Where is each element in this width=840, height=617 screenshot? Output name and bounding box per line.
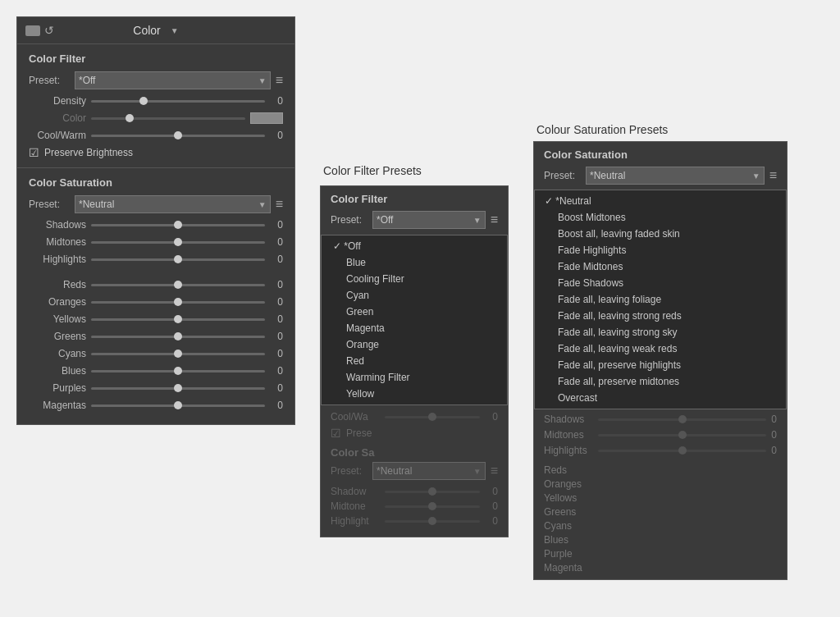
cf-popup-shadow-row: Shadow 0	[331, 485, 498, 498]
cs-item-fade-all-preserve-highlights[interactable]: Fade all, preserve highlights	[535, 357, 786, 373]
blues-label: Blues	[29, 365, 86, 377]
colour-saturation-dropdown: *Neutral Boost Midtones Boost all, leavi…	[534, 190, 787, 409]
cf-item-off[interactable]: *Off	[322, 238, 507, 254]
blues-slider[interactable]	[91, 364, 265, 377]
cf-item-green[interactable]: Green	[322, 304, 507, 320]
color-saturation-preset-select[interactable]: *Neutral ▼	[75, 195, 271, 213]
cool-warm-slider[interactable]	[91, 129, 265, 142]
cs-item-fade-all-strong-sky[interactable]: Fade all, leaving strong sky	[535, 324, 786, 340]
cs-faded-midtones-value: 0	[771, 429, 777, 441]
shadows-slider[interactable]	[91, 218, 265, 231]
cs-item-fade-all-preserve-midtones[interactable]: Fade all, preserve midtones	[535, 373, 786, 390]
cs-popup-preset-menu[interactable]: ≡	[769, 168, 777, 183]
color-filter-presets-panel: Color Filter Preset: *Off ▼ ≡ *Off Blue …	[320, 185, 509, 537]
color-slider[interactable]	[91, 112, 245, 125]
cf-item-cooling-filter[interactable]: Cooling Filter	[322, 271, 507, 287]
cs-faded-yellows: Yellows	[544, 492, 777, 504]
oranges-label: Oranges	[29, 296, 86, 308]
cool-warm-label: Cool/Warm	[29, 130, 86, 141]
panel-icon	[25, 25, 40, 36]
cf-popup-midtone-slider	[385, 500, 480, 513]
cs-item-fade-midtones[interactable]: Fade Midtones	[535, 258, 786, 275]
cf-popup-cool-wa-slider	[385, 410, 480, 423]
purples-slider[interactable]	[91, 382, 265, 395]
cyans-slider[interactable]	[91, 347, 265, 360]
cf-popup-cool-wa-row: Cool/Wa 0	[331, 410, 498, 423]
cs-item-fade-all-foliage[interactable]: Fade all, leaving foliage	[535, 291, 786, 308]
midtones-row: Midtones 0	[29, 235, 283, 249]
color-saturation-preset-value: *Neutral	[79, 199, 114, 210]
yellows-slider[interactable]	[91, 313, 265, 326]
cs-item-overcast[interactable]: Overcast	[535, 390, 786, 406]
cf-popup-preset-value: *Off	[377, 214, 393, 226]
reds-label: Reds	[29, 279, 86, 290]
color-saturation-preset-row: Preset: *Neutral ▼ ≡	[29, 195, 283, 213]
purples-value: 0	[270, 382, 283, 394]
cf-item-magenta[interactable]: Magenta	[322, 320, 507, 336]
cs-faded-shadows-value: 0	[771, 414, 777, 425]
colour-saturation-presets-panel: Color Saturation Preset: *Neutral ▼ ≡ *N…	[533, 141, 788, 580]
midtones-slider[interactable]	[91, 235, 265, 249]
highlights-slider[interactable]	[91, 253, 265, 266]
cf-popup-shadow-label: Shadow	[331, 486, 380, 497]
cf-popup-highlight-label: Highlight	[331, 515, 380, 527]
color-saturation-preset-arrow: ▼	[258, 200, 267, 209]
cf-item-orange[interactable]: Orange	[322, 336, 507, 353]
cf-item-red[interactable]: Red	[322, 353, 507, 369]
cf-popup-faded: Cool/Wa 0 ☑ Prese Color Sa Preset: *Neut…	[321, 405, 508, 537]
shadows-value: 0	[270, 219, 283, 231]
cool-warm-value: 0	[270, 130, 283, 141]
cf-popup-color-sa-select: *Neutral ▼	[372, 462, 486, 480]
cs-item-fade-shadows[interactable]: Fade Shadows	[535, 275, 786, 291]
color-filter-preset-menu[interactable]: ≡	[276, 73, 283, 88]
cs-faded-magentas-label: Magenta	[544, 562, 593, 574]
greens-slider[interactable]	[91, 330, 265, 343]
cs-item-boost-all-faded-skin[interactable]: Boost all, leaving faded skin	[535, 226, 786, 242]
yellows-row: Yellows 0	[29, 313, 283, 326]
color-filter-preset-value: *Off	[79, 75, 95, 86]
magentas-row: Magentas 0	[29, 399, 283, 412]
reds-slider[interactable]	[91, 278, 265, 291]
cf-popup-midtone-row: Midtone 0	[331, 500, 498, 513]
color-filter-preset-arrow: ▼	[258, 76, 267, 85]
cs-faded-yellows-label: Yellows	[544, 492, 593, 504]
cs-popup-preset-select[interactable]: *Neutral ▼	[586, 167, 765, 185]
panel-title-arrow[interactable]: ▼	[171, 26, 179, 35]
panel-title: Color	[133, 24, 160, 37]
cf-item-cyan[interactable]: Cyan	[322, 287, 507, 304]
preserve-brightness-row: ☑ Preserve Brightness	[29, 146, 283, 159]
cs-faded-midtones-slider	[598, 428, 766, 441]
cf-popup-preserve-checkbox: ☑	[331, 427, 341, 440]
color-saturation-preset-menu[interactable]: ≡	[276, 197, 283, 212]
refresh-icon[interactable]: ↺	[44, 24, 54, 37]
oranges-slider[interactable]	[91, 295, 265, 308]
density-value: 0	[270, 95, 283, 107]
cf-item-warming-filter[interactable]: Warming Filter	[322, 369, 507, 386]
cs-faded-oranges-label: Oranges	[544, 478, 593, 490]
magentas-label: Magentas	[29, 400, 86, 411]
colour-saturation-presets-title: Colour Saturation Presets	[533, 123, 668, 136]
cf-item-blue[interactable]: Blue	[322, 254, 507, 271]
cf-item-yellow[interactable]: Yellow	[322, 386, 507, 402]
cf-popup-color-sa-preset-row: Preset: *Neutral ▼ ≡	[331, 462, 498, 480]
colour-saturation-presets-area: Colour Saturation Presets Color Saturati…	[533, 123, 788, 580]
cs-faded-highlights-value: 0	[771, 445, 777, 456]
density-slider[interactable]	[91, 94, 265, 107]
cs-faded-magentas: Magenta	[544, 562, 777, 574]
reds-value: 0	[270, 279, 283, 290]
cs-faded-highlights-slider	[598, 444, 766, 457]
preserve-brightness-checkbox[interactable]: ☑	[29, 146, 39, 159]
cf-popup-preset-menu[interactable]: ≡	[491, 213, 498, 227]
color-filter-preset-select[interactable]: *Off ▼	[75, 71, 271, 89]
cf-popup-preset-select[interactable]: *Off ▼	[372, 211, 486, 229]
cs-faded-cyans-label: Cyans	[544, 520, 593, 532]
cs-item-neutral[interactable]: *Neutral	[535, 193, 786, 209]
cs-faded-greens-label: Greens	[544, 506, 593, 518]
cs-item-fade-all-weak-reds[interactable]: Fade all, leaving weak reds	[535, 340, 786, 357]
magentas-slider[interactable]	[91, 399, 265, 412]
cf-popup-shadow-value: 0	[485, 486, 498, 497]
cs-item-fade-all-strong-reds[interactable]: Fade all, leaving strong reds	[535, 308, 786, 324]
cs-item-fade-highlights[interactable]: Fade Highlights	[535, 242, 786, 258]
cf-popup-midtone-value: 0	[485, 500, 498, 512]
cs-item-boost-midtones[interactable]: Boost Midtones	[535, 209, 786, 226]
